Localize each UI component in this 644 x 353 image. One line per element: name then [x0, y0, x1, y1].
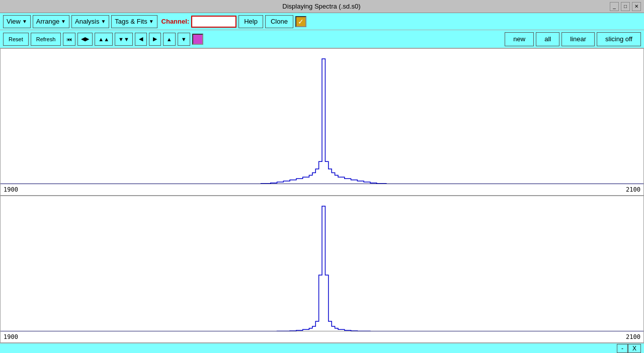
status-close-button[interactable]: X — [628, 344, 641, 353]
all-button[interactable]: all — [536, 32, 559, 46]
analysis-arrow-icon: ▼ — [101, 19, 106, 24]
down-double-button[interactable]: ▼▼ — [115, 33, 133, 46]
status-bar: - X — [0, 343, 644, 353]
tags-fits-arrow-icon: ▼ — [149, 19, 154, 24]
maximize-button[interactable]: □ — [621, 2, 630, 11]
charts-area: 262144 /SortSas/s3030 DSSSD#1 xy dt (HEC… — [0, 48, 644, 343]
help-button[interactable]: Help — [238, 15, 263, 28]
linear-button[interactable]: linear — [561, 32, 595, 46]
analysis-menu[interactable]: Analysis ▼ — [71, 15, 109, 28]
up-button[interactable]: ▲ — [163, 33, 176, 46]
title-bar: Displaying Spectra (.sd.s0) _ □ ✕ — [0, 0, 644, 13]
tags-fits-menu[interactable]: Tags & Fits ▼ — [111, 15, 157, 28]
up-double-button[interactable]: ▲▲ — [95, 33, 113, 46]
refresh-button[interactable]: Refresh — [31, 33, 61, 46]
chart1-canvas — [1, 49, 643, 195]
channel-label: Channel: — [162, 18, 190, 25]
nav-toolbar: Reset Refresh ⏮ ◀▶ ▲▲ ▼▼ ◀ ▶ ▲ ▼ new all… — [0, 30, 644, 48]
chart-panel-1: 262144 /SortSas/s3030 DSSSD#1 xy dt (HEC… — [0, 48, 644, 196]
minimize-button[interactable]: _ — [610, 2, 619, 11]
chart2-x-left: 1900 — [4, 333, 18, 340]
chart2-canvas — [1, 196, 643, 342]
arrange-menu[interactable]: Arrange ▼ — [33, 15, 69, 28]
chart1-x-right: 2100 — [626, 186, 640, 193]
close-button[interactable]: ✕ — [632, 2, 641, 11]
chart1-x-axis: 1900 2100 — [1, 184, 643, 195]
new-button[interactable]: new — [505, 32, 534, 46]
first-button[interactable]: ⏮ — [63, 33, 75, 46]
chart1-x-left: 1900 — [4, 186, 18, 193]
slicing-button[interactable]: slicing off — [597, 32, 641, 46]
down-button[interactable]: ▼ — [178, 33, 190, 46]
left-button[interactable]: ◀ — [135, 33, 147, 46]
reset-button[interactable]: Reset — [3, 33, 29, 46]
chart-panel-2: 67108864 /SortSas/s3032 DSSSD#1 xy dt (L… — [0, 196, 644, 343]
clone-button[interactable]: Clone — [265, 15, 293, 28]
color-picker[interactable] — [192, 34, 203, 45]
chart2-x-axis: 1900 2100 — [1, 331, 643, 342]
window-controls: _ □ ✕ — [610, 2, 641, 11]
channel-input[interactable] — [191, 16, 236, 28]
checkbox-button[interactable]: ✓ — [295, 16, 306, 27]
arrange-arrow-icon: ▼ — [61, 19, 66, 24]
view-arrow-icon: ▼ — [22, 19, 27, 24]
menu-toolbar: View ▼ Arrange ▼ Analysis ▼ Tags & Fits … — [0, 13, 644, 30]
prev-button[interactable]: ◀▶ — [77, 33, 93, 46]
chart2-x-right: 2100 — [626, 333, 640, 340]
status-minimize-button[interactable]: - — [617, 344, 628, 353]
view-menu[interactable]: View ▼ — [3, 15, 31, 28]
right-button[interactable]: ▶ — [149, 33, 161, 46]
window-title: Displaying Spectra (.sd.s0) — [33, 3, 610, 10]
